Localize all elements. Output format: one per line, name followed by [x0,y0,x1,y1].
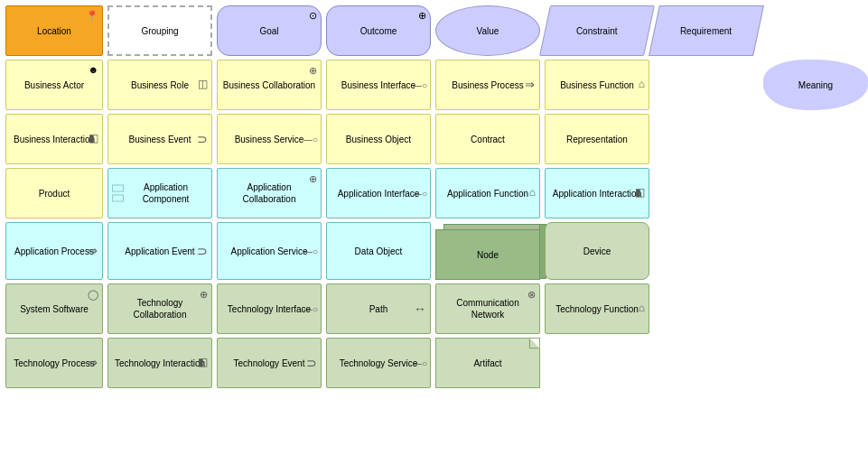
constraint-label: Constraint [576,25,618,37]
application-process-label: Application Process [14,246,94,257]
application-event-label: Application Event [125,246,194,257]
device-label: Device [583,246,611,257]
system-software-cell[interactable]: System Software [5,283,103,334]
technology-event-cell[interactable]: Technology Event [217,338,322,388]
business-role-cell[interactable]: Business Role [107,60,212,110]
device-cell[interactable]: Device [545,222,649,280]
application-interface-cell[interactable]: Application Interface [326,168,431,218]
business-actor-icon: ☻ [88,63,98,76]
representation-label: Representation [566,134,628,145]
grouping-cell[interactable]: Grouping [107,5,212,56]
node-label: Node [477,249,499,261]
data-object-cell[interactable]: Data Object [326,222,431,280]
value-cell[interactable]: Value [435,5,540,56]
technology-event-label: Technology Event [234,358,305,369]
business-interaction-label: Business Interaction [14,134,95,145]
application-interface-label: Application Interface [338,188,420,200]
artifact-cell[interactable]: Artifact [435,338,540,388]
location-cell[interactable]: Location 📍 [5,5,103,56]
product-label: Product [39,188,70,200]
artifact-label: Artifact [473,358,501,369]
technology-interface-label: Technology Interface [228,303,311,315]
goal-icon: ⊙ [309,9,317,22]
outcome-cell[interactable]: Outcome ⊕ [326,5,431,56]
data-object-label: Data Object [355,246,403,257]
application-component-label: Application Component [125,181,207,205]
system-software-label: System Software [20,303,89,315]
technology-process-cell[interactable]: Technology Process [5,338,103,388]
node-top [443,224,546,230]
business-object-cell[interactable]: Business Object [326,114,431,164]
row-4: Product Application Component Applicatio… [5,168,863,218]
technology-collaboration-label: Technology Collaboration [113,297,207,320]
meaning-label: Meaning [798,79,833,91]
business-service-cell[interactable]: Business Service [217,114,322,164]
application-process-cell[interactable]: Application Process [5,222,103,280]
application-service-cell[interactable]: Application Service [217,222,322,280]
value-label: Value [477,25,499,37]
goal-label: Goal [259,25,278,37]
business-event-label: Business Event [129,134,191,145]
outcome-icon: ⊕ [418,9,426,22]
application-collaboration-label: Application Collaboration [222,181,316,205]
business-object-label: Business Object [346,134,411,145]
technology-interaction-cell[interactable]: Technology Interaction [107,338,212,388]
technology-function-label: Technology Function [555,303,639,315]
business-process-label: Business Process [452,79,523,91]
business-service-label: Business Service [235,134,304,145]
row2-empty [654,60,759,110]
communication-network-label: Communication Network [441,297,535,320]
row-3: Business Interaction Business Event Busi… [5,114,863,164]
business-actor-label: Business Actor [24,79,84,91]
application-collaboration-cell[interactable]: Application Collaboration [217,168,322,218]
path-label: Path [369,303,388,315]
row-1: Location 📍 Grouping Goal ⊙ Outcome ⊕ Val… [5,5,863,56]
business-interaction-cell[interactable]: Business Interaction [5,114,103,164]
application-function-cell[interactable]: Application Function [435,168,540,218]
technology-service-label: Technology Service [340,358,418,369]
goal-cell[interactable]: Goal ⊙ [217,5,322,56]
row-2: Business Actor ☻ Business Role Business … [5,60,863,110]
meaning-cell[interactable]: Meaning [763,60,868,110]
row-5: Application Process Application Event Ap… [5,222,863,280]
communication-network-cell[interactable]: Communication Network [435,283,540,334]
application-service-label: Application Service [230,246,307,257]
node-cell[interactable]: Node [435,229,540,280]
application-function-label: Application Function [447,188,528,200]
constraint-cell[interactable]: Constraint [539,5,655,56]
business-event-cell[interactable]: Business Event [107,114,212,164]
location-label: Location [37,25,71,37]
business-function-label: Business Function [560,79,634,91]
technology-service-cell[interactable]: Technology Service [326,338,431,388]
technology-interface-cell[interactable]: Technology Interface [217,283,322,334]
representation-cell[interactable]: Representation [545,114,649,164]
grouping-label: Grouping [141,25,178,37]
technology-function-cell[interactable]: Technology Function [545,283,649,334]
business-interface-cell[interactable]: Business Interface [326,60,431,110]
location-icon: 📍 [86,9,98,22]
application-interaction-cell[interactable]: Application Interaction [545,168,649,218]
business-collaboration-label: Business Collaboration [223,79,315,91]
business-actor-cell[interactable]: Business Actor ☻ [5,60,103,110]
business-interface-label: Business Interface [341,79,415,91]
requirement-label: Requirement [680,25,732,37]
application-event-cell[interactable]: Application Event [107,222,212,280]
technology-interaction-label: Technology Interaction [115,358,205,369]
contract-label: Contract [471,134,505,145]
component-notches [112,185,124,202]
row-6: System Software Technology Collaboration… [5,283,863,334]
product-cell[interactable]: Product [5,168,103,218]
row-7: Technology Process Technology Interactio… [5,338,863,388]
business-process-cell[interactable]: Business Process [435,60,540,110]
contract-cell[interactable]: Contract [435,114,540,164]
outcome-label: Outcome [360,25,397,37]
requirement-cell[interactable]: Requirement [649,5,764,56]
business-function-cell[interactable]: Business Function [545,60,649,110]
business-role-label: Business Role [131,79,189,91]
business-collaboration-cell[interactable]: Business Collaboration [217,60,322,110]
application-interaction-label: Application Interaction [553,188,641,200]
technology-process-label: Technology Process [14,358,95,369]
application-component-cell[interactable]: Application Component [107,168,212,218]
path-cell[interactable]: Path [326,283,431,334]
technology-collaboration-cell[interactable]: Technology Collaboration [107,283,212,334]
